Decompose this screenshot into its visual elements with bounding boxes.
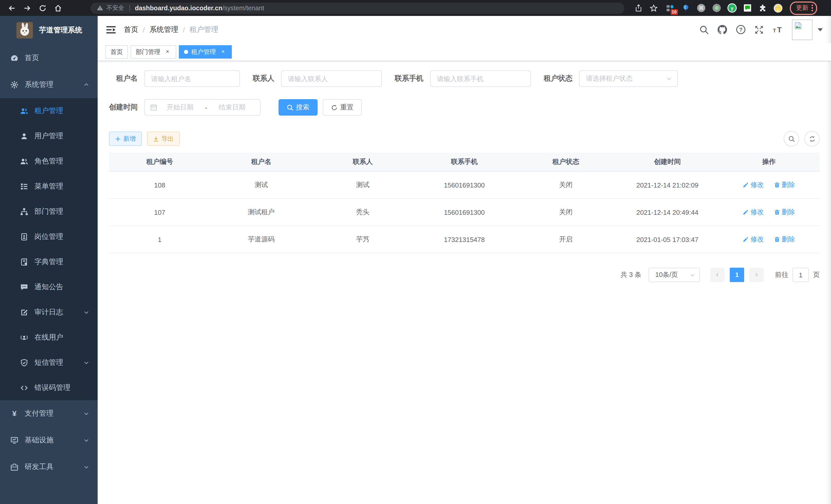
next-page-button[interactable]	[749, 268, 764, 282]
sidebar-item-role[interactable]: 角色管理	[0, 148, 98, 174]
profile-avatar-icon[interactable]	[771, 1, 785, 14]
page-size-select[interactable]: 10条/页	[649, 268, 700, 282]
col-contact: 联系人	[312, 153, 413, 171]
sidebar-item-devtools[interactable]: 研发工具	[0, 454, 98, 480]
extension-grid-icon[interactable]: 10	[663, 1, 677, 14]
download-icon	[153, 136, 159, 142]
goto-page-input[interactable]	[793, 268, 809, 282]
tab-home[interactable]: 首页	[105, 45, 128, 59]
browser-menu-icon[interactable]	[811, 5, 813, 11]
sidebar-item-error-code[interactable]: 错误码管理	[0, 375, 98, 400]
breadcrumb-system[interactable]: 系统管理	[149, 25, 178, 34]
sidebar-item-tenant[interactable]: 租户管理	[0, 98, 98, 123]
sidebar-item-online-users[interactable]: 在线用户	[0, 325, 98, 350]
table-toolbar: 新增 导出	[109, 131, 820, 146]
col-actions: 操作	[718, 153, 820, 171]
help-icon[interactable]: ?	[736, 25, 746, 34]
table-tools	[784, 131, 820, 146]
date-range-picker[interactable]: 开始日期 - 结束日期	[144, 99, 261, 116]
home-icon[interactable]	[52, 2, 64, 14]
edit-link[interactable]: 修改	[743, 180, 764, 189]
chevron-right-icon	[754, 272, 759, 277]
table-row: 1 芋道源码 芋艿 17321315478 开启 2021-01-05 17:0…	[109, 226, 820, 253]
page-number-1[interactable]: 1	[730, 268, 744, 282]
mobile-input[interactable]	[430, 70, 531, 87]
calendar-icon	[150, 104, 157, 111]
delete-link[interactable]: 删除	[774, 235, 795, 244]
delete-link[interactable]: 删除	[774, 180, 795, 189]
search-button[interactable]: 搜索	[279, 99, 318, 116]
extensions-puzzle-icon[interactable]	[756, 1, 769, 14]
search-icon[interactable]	[699, 25, 709, 34]
address-bar[interactable]: 不安全 dashboard.yudao.iocoder.cn/system/te…	[90, 2, 624, 13]
tab-tenant[interactable]: 租户管理 ×	[179, 45, 232, 59]
audit-log-icon	[20, 308, 28, 316]
forward-icon[interactable]	[21, 2, 33, 14]
prev-page-button[interactable]	[710, 268, 725, 282]
contact-input[interactable]	[281, 70, 382, 87]
close-tab-icon[interactable]: ×	[220, 48, 227, 56]
back-icon[interactable]	[6, 2, 18, 14]
edit-link[interactable]: 修改	[743, 235, 764, 244]
date-separator: -	[203, 103, 209, 111]
filter-tenant-name: 租户名	[109, 70, 240, 87]
refresh-icon	[809, 136, 815, 142]
avatar-dropdown-caret[interactable]	[818, 28, 823, 31]
sidebar-item-infrastructure[interactable]: 基础设施	[0, 427, 98, 454]
status-select[interactable]: 请选择租户状态	[579, 70, 678, 87]
refresh-table-button[interactable]	[804, 131, 820, 146]
edit-link[interactable]: 修改	[743, 208, 764, 217]
table-row: 108 测试 测试 15601691300 关闭 2021-12-14 21:0…	[109, 171, 820, 199]
close-tab-icon[interactable]: ×	[164, 48, 171, 56]
tenant-name-input[interactable]	[144, 70, 240, 87]
sidebar-item-payment[interactable]: ¥ 支付管理	[0, 400, 98, 427]
export-button[interactable]: 导出	[147, 131, 180, 146]
sidebar-item-system[interactable]: 系统管理	[0, 71, 98, 98]
sidebar-item-notice[interactable]: 通知公告	[0, 274, 98, 299]
browser-update-button[interactable]: 更新	[790, 1, 817, 14]
shield-check-icon	[20, 358, 28, 366]
sidebar-item-sms[interactable]: 短信管理	[0, 350, 98, 375]
yen-icon: ¥	[10, 410, 19, 418]
monitor-icon	[10, 436, 19, 444]
sidebar-item-dict[interactable]: 字典管理	[0, 249, 98, 274]
app-logo[interactable]: 芋道管理系统	[0, 16, 98, 45]
sidebar-collapse-icon[interactable]	[106, 25, 116, 34]
show-search-toggle-button[interactable]	[784, 131, 799, 146]
extension-chat-icon[interactable]	[741, 1, 754, 14]
plus-icon	[115, 136, 121, 142]
tab-dept[interactable]: 部门管理 ×	[131, 45, 176, 59]
sidebar-item-post[interactable]: 岗位管理	[0, 224, 98, 249]
fullscreen-icon[interactable]	[754, 25, 764, 34]
url-path: /system/tenant	[222, 4, 264, 11]
user-icon	[20, 132, 28, 140]
sidebar-item-dept[interactable]: 部门管理	[0, 199, 98, 224]
reset-button[interactable]: 重置	[323, 99, 362, 116]
status-value: 关闭	[515, 171, 617, 199]
tenant-table: 租户编号 租户名 联系人 联系手机 租户状态 创建时间 操作 108 测试	[109, 153, 820, 253]
sidebar-item-home[interactable]: 首页	[0, 45, 98, 71]
sidebar-item-user[interactable]: 用户管理	[0, 123, 98, 148]
goto-label: 前往	[775, 270, 789, 279]
dashboard-icon	[10, 54, 19, 62]
sidebar-item-menu[interactable]: 菜单管理	[0, 174, 98, 199]
font-size-icon[interactable]: TT	[772, 25, 784, 34]
table-row: 107 测试租户 秃头 15601691300 关闭 2021-12-14 20…	[109, 199, 820, 226]
col-created: 创建时间	[617, 153, 718, 171]
bookmark-star-icon[interactable]	[648, 2, 660, 14]
add-button[interactable]: 新增	[109, 131, 142, 146]
delete-link[interactable]: 删除	[774, 208, 795, 217]
reload-icon[interactable]	[36, 2, 49, 14]
extension-y-icon[interactable]: y	[725, 1, 739, 14]
extension-record-icon[interactable]	[710, 1, 723, 14]
code-icon	[20, 384, 28, 392]
browser-actions: 10 ⌘ y 更新	[631, 1, 817, 14]
share-icon[interactable]	[632, 2, 644, 14]
extension-balloon-icon[interactable]	[679, 1, 692, 14]
breadcrumb-home[interactable]: 首页	[124, 25, 138, 34]
extension-command-icon[interactable]: ⌘	[694, 1, 708, 14]
avatar[interactable]	[792, 19, 812, 40]
security-warning[interactable]: 不安全	[96, 4, 124, 12]
sidebar-item-audit-log[interactable]: 审计日志	[0, 299, 98, 325]
github-icon[interactable]	[717, 25, 727, 34]
